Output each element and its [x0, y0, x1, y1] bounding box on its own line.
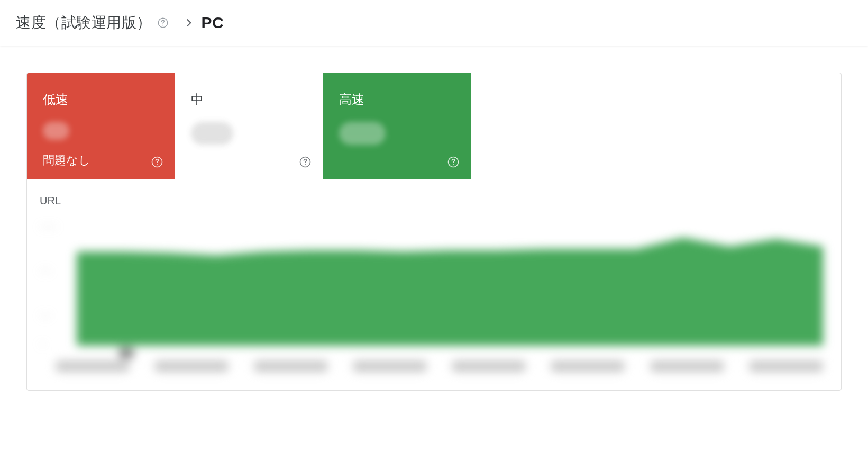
speed-card: 低速 問題なし 中 — [26, 73, 842, 391]
x-tick-redacted — [254, 360, 328, 372]
y-tick-redacted: ‒‒‒ — [40, 221, 57, 232]
x-axis-labels — [56, 360, 823, 372]
x-tick-redacted — [452, 360, 526, 372]
tab-medium[interactable]: 中 — [175, 73, 323, 179]
tab-medium-label: 中 — [191, 91, 307, 108]
tab-slow-sub: 問題なし — [43, 152, 159, 168]
help-icon[interactable] — [151, 156, 163, 168]
chart-title: URL — [40, 195, 828, 207]
svg-point-7 — [453, 164, 454, 165]
x-tick-redacted — [551, 360, 625, 372]
breadcrumb: 速度（試験運用版） PC — [0, 0, 868, 46]
help-icon[interactable] — [299, 156, 312, 168]
svg-point-1 — [162, 25, 163, 26]
tab-slow-label: 低速 — [43, 91, 159, 108]
svg-point-5 — [305, 164, 306, 165]
y-tick-redacted: ‒‒ — [40, 265, 51, 276]
breadcrumb-current: PC — [202, 14, 224, 32]
svg-point-3 — [157, 164, 158, 165]
x-tick-redacted — [749, 360, 823, 372]
tab-fast-label: 高速 — [339, 91, 455, 108]
tab-slow-value-redacted — [43, 122, 69, 140]
help-icon[interactable] — [447, 156, 460, 168]
x-tick-redacted — [650, 360, 724, 372]
x-tick-redacted — [56, 360, 130, 372]
help-icon[interactable] — [157, 17, 169, 29]
x-tick-redacted — [353, 360, 427, 372]
tab-fast[interactable]: 高速 — [323, 73, 471, 179]
chart-area: URL ‒‒‒ ‒‒ ‒‒ ‒ — [27, 179, 841, 390]
page-title: 速度（試験運用版） — [16, 13, 152, 33]
y-tick-redacted: ‒ — [40, 338, 45, 349]
hover-marker-redacted — [119, 348, 134, 358]
tab-fast-value-redacted — [339, 122, 386, 145]
y-tick-redacted: ‒‒ — [40, 310, 51, 321]
x-tick-redacted — [154, 360, 229, 372]
tab-slow[interactable]: 低速 問題なし — [27, 73, 175, 179]
url-area-chart: ‒‒‒ ‒‒ ‒‒ ‒ — [40, 213, 828, 372]
speed-tabs: 低速 問題なし 中 — [27, 73, 841, 179]
tab-medium-value-redacted — [191, 122, 233, 145]
chevron-right-icon — [184, 17, 194, 28]
